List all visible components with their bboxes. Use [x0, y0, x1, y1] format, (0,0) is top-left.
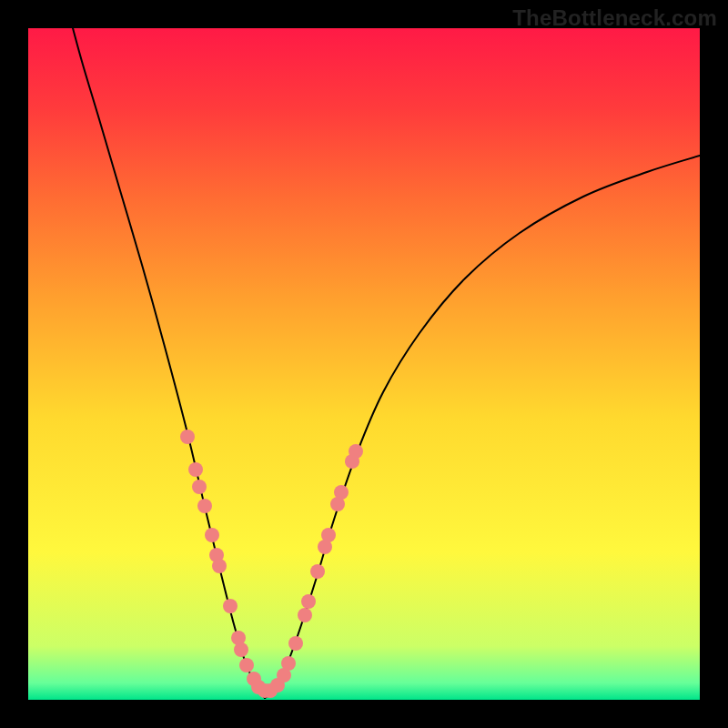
highlight-dot	[192, 480, 207, 494]
highlight-dot	[334, 485, 349, 500]
highlight-dot	[301, 594, 316, 609]
highlight-dot	[288, 636, 303, 651]
highlight-dot	[321, 528, 336, 542]
highlight-dot	[298, 608, 312, 622]
highlight-dot	[239, 658, 254, 672]
highlight-dot	[234, 642, 248, 657]
highlight-dot	[281, 656, 296, 671]
chart-frame: TheBottleneck.com	[0, 0, 728, 728]
highlight-dot	[310, 564, 325, 579]
highlight-dot	[349, 444, 363, 459]
highlight-dot	[180, 430, 195, 444]
highlight-dot	[197, 499, 212, 513]
bottleneck-chart	[28, 28, 700, 700]
watermark-label: TheBottleneck.com	[512, 5, 717, 31]
highlight-dot	[212, 559, 227, 573]
chart-background	[28, 28, 700, 700]
highlight-dot	[223, 599, 238, 613]
highlight-dot	[188, 462, 203, 477]
highlight-dot	[205, 528, 219, 542]
plot-area	[28, 28, 700, 700]
